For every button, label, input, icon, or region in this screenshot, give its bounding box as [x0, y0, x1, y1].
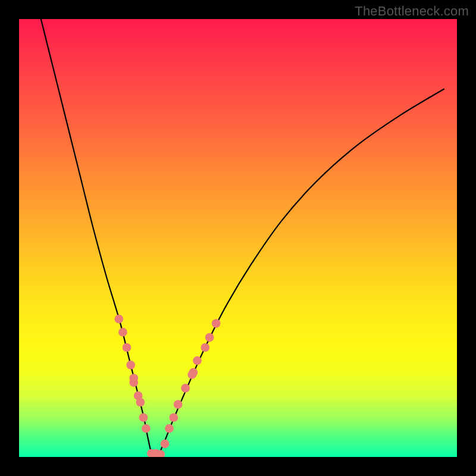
marker-point — [201, 343, 209, 352]
marker-point — [205, 333, 214, 342]
marker-point — [165, 424, 174, 433]
marker-point — [181, 384, 190, 393]
marker-point — [174, 400, 183, 409]
chart-svg — [19, 19, 457, 457]
marker-point — [142, 424, 151, 433]
chart-frame: TheBottleneck.com — [0, 0, 476, 476]
marker-point — [126, 361, 135, 369]
marker-point — [118, 328, 127, 337]
marker-point — [123, 343, 131, 352]
marker-point — [114, 315, 123, 324]
marker-point — [129, 378, 138, 387]
bottleneck-curve — [41, 19, 444, 457]
watermark-text: TheBottleneck.com — [355, 4, 469, 19]
marker-point — [212, 319, 221, 328]
marker-point — [189, 368, 198, 377]
marker-point — [136, 398, 145, 407]
marker-point — [169, 413, 178, 422]
marker-point — [139, 413, 148, 422]
plot-area — [19, 19, 457, 457]
marker-point — [193, 356, 202, 365]
marker-point — [161, 440, 170, 449]
